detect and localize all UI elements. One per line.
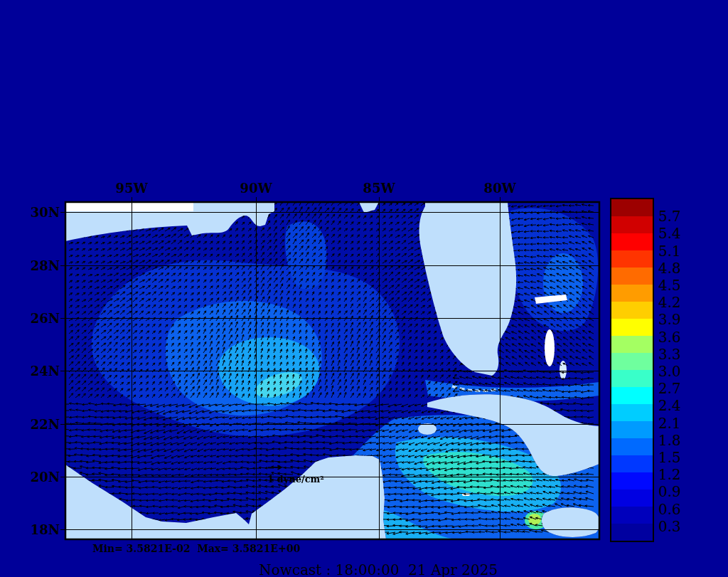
- colorbar-tick-label: 2.7: [658, 381, 681, 396]
- colorbar-tick-label: 0.9: [658, 485, 681, 499]
- colorbar-tick-label: 3.0: [658, 364, 681, 379]
- colorbar-tick-label: 1.2: [658, 467, 681, 482]
- colorbar-segment: [611, 268, 653, 285]
- y-axis-label: 24N: [30, 364, 60, 379]
- colorbar-segment: [611, 285, 653, 302]
- colorbar-segment: [611, 353, 653, 370]
- colorbar-segment: [611, 319, 653, 336]
- colorbar-tick-label: 1.8: [658, 433, 681, 448]
- colorbar-segment: [611, 336, 653, 353]
- colorbar-tick-label: 4.5: [658, 278, 681, 292]
- min-max-stats: Min= 3.5821E-02 Max= 3.5821E+00: [92, 543, 300, 554]
- colorbar-segment: [611, 216, 653, 233]
- colorbar-segment: [611, 233, 653, 250]
- colorbar-segment: [611, 421, 653, 438]
- colorbar-tick-label: 4.2: [658, 295, 681, 309]
- colorbar-segment: [611, 507, 653, 524]
- colorbar-segment: [611, 302, 653, 319]
- colorbar-segment: [611, 250, 653, 268]
- y-axis-label: 20N: [30, 470, 60, 485]
- colorbar-segment: [611, 199, 653, 216]
- colorbar-tick-label: 0.3: [658, 519, 681, 534]
- colorbar-segment: [611, 472, 653, 489]
- nowcast-map-page: 95W90W85W80W 30N28N26N24N22N20N18N 5.75.…: [0, 0, 728, 577]
- colorbar-tick-label: 5.7: [658, 209, 681, 223]
- colorbar-segment: [611, 455, 653, 472]
- y-axis-label: 22N: [30, 417, 60, 432]
- nowcast-title: Nowcast : 18:00:00 21 Apr 2025: [259, 561, 498, 577]
- y-axis-label: 18N: [30, 522, 60, 537]
- y-axis-label: 28N: [30, 258, 60, 273]
- colorbar-segment: [611, 489, 653, 507]
- y-axis-label: 26N: [30, 311, 60, 326]
- colorbar-tick-label: 1.5: [658, 450, 681, 465]
- colorbar-segment: [611, 387, 653, 404]
- x-axis-label: 80W: [483, 181, 515, 196]
- colorbar-tick-label: 5.4: [658, 226, 681, 240]
- colorbar-segment: [611, 404, 653, 421]
- x-axis-label: 95W: [115, 181, 147, 196]
- colorbar-segment: [611, 370, 653, 387]
- colorbar-tick-label: 2.4: [658, 398, 681, 413]
- x-axis-label: 85W: [363, 181, 395, 196]
- colorbar-tick-label: 3.9: [658, 312, 681, 327]
- colorbar-tick-label: 2.1: [658, 416, 681, 430]
- colorbar-tick-label: 5.1: [658, 244, 681, 258]
- vector-scale-label: 1 dyne/cm²: [267, 474, 324, 485]
- colorbar-segment: [611, 438, 653, 455]
- colorbar: [610, 198, 654, 542]
- colorbar-tick-label: 3.3: [658, 347, 681, 361]
- colorbar-tick-label: 0.6: [658, 502, 681, 517]
- isla-juventud-land: [418, 423, 437, 435]
- colorbar-tick-label: 3.6: [658, 330, 681, 344]
- andros-bank: [545, 329, 555, 366]
- colorbar-tick-label: 4.8: [658, 261, 681, 275]
- x-axis-label: 90W: [240, 181, 272, 196]
- colorbar-segment: [611, 524, 653, 541]
- y-axis-label: 30N: [30, 205, 60, 220]
